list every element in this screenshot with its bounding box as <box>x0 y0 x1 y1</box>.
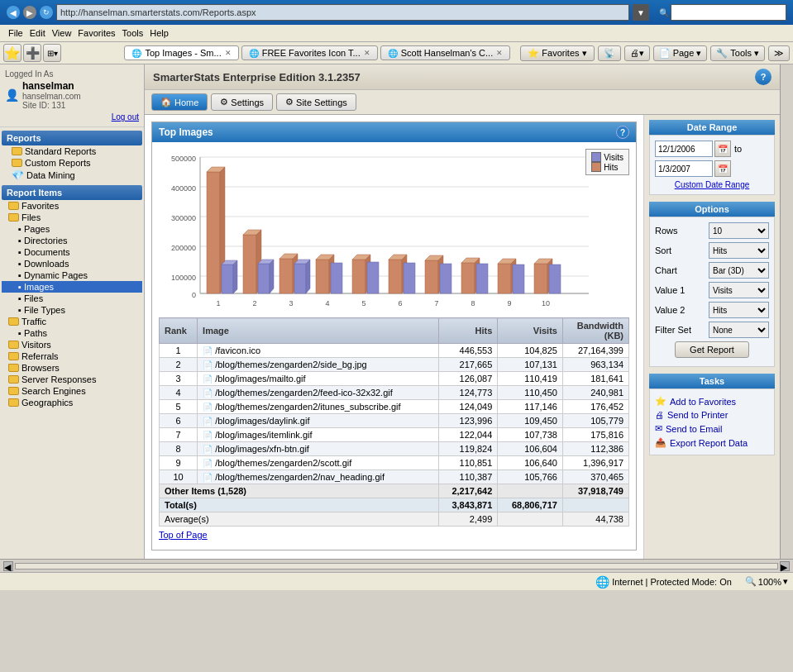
table-row[interactable]: 1 📄 /favicon.ico 446,553 104,825 27,164,… <box>160 344 629 358</box>
menu-help[interactable]: Help <box>146 26 172 40</box>
sidebar-item-geographics[interactable]: Geographics <box>2 397 142 408</box>
legend-hits-color <box>591 162 601 172</box>
address-input[interactable] <box>56 4 629 21</box>
page-btn[interactable]: 📄 Page ▾ <box>653 45 708 61</box>
svg-marker-19 <box>233 260 237 293</box>
table-row[interactable]: 7 📄 /blog/images/itemlink.gif 122,044 10… <box>160 428 629 442</box>
sidebar-item-file-types[interactable]: ▪ File Types <box>2 304 142 316</box>
logout-link[interactable]: Log out <box>5 112 139 122</box>
table-row[interactable]: 8 📄 /blog/images/xfn-btn.gif 119,824 106… <box>160 442 629 456</box>
sidebar-item-referrals[interactable]: Referrals <box>2 350 142 362</box>
print-btn[interactable]: 🖨▾ <box>624 45 650 61</box>
sidebar-item-documents[interactable]: ▪ Documents <box>2 246 142 258</box>
to-date-input[interactable] <box>655 160 713 177</box>
menu-file[interactable]: File <box>5 26 26 40</box>
filterset-select[interactable]: None <box>709 322 769 338</box>
tab-close-2[interactable]: ✕ <box>496 49 503 57</box>
cell-rank: 7 <box>160 428 198 442</box>
chart-select[interactable]: Bar (3D) Bar Line <box>709 262 769 279</box>
task-item[interactable]: 🖨Send to Printer <box>655 408 769 422</box>
scrollbar-bottom[interactable]: ◀ ▶ <box>0 559 793 572</box>
sidebar-item-standard-reports[interactable]: Standard Reports <box>2 145 142 157</box>
sidebar-item-files-folder[interactable]: Files <box>2 212 142 223</box>
go-btn[interactable]: ▼ <box>633 4 649 21</box>
custom-date-range-link[interactable]: Custom Date Range <box>655 180 769 189</box>
forward-btn[interactable]: ▶ <box>23 6 36 19</box>
sidebar-item-images[interactable]: ▪ Images <box>2 281 142 293</box>
sidebar-item-paths[interactable]: ▪ Paths <box>2 327 142 339</box>
value1-select[interactable]: Visits Hits <box>709 282 769 298</box>
table-row[interactable]: 10 📄 /blog/themes/zengarden2/nav_heading… <box>160 470 629 484</box>
task-item[interactable]: ⭐Add to Favorites <box>655 394 769 408</box>
svg-text:5: 5 <box>361 299 365 307</box>
view-btn[interactable]: ⊞▾ <box>43 44 61 62</box>
tab-top-images[interactable]: 🌐 Top Images - Sm... ✕ <box>124 45 238 60</box>
more-btn[interactable]: ≫ <box>768 45 790 61</box>
tab-home[interactable]: 🏠 Home <box>151 93 208 111</box>
help-icon[interactable]: ? <box>755 69 772 85</box>
tab-favorites-icon[interactable]: 🌐 FREE Favorites Icon T... ✕ <box>241 45 378 60</box>
sidebar-item-downloads[interactable]: ▪ Downloads <box>2 258 142 269</box>
panel-help-btn[interactable]: ? <box>616 126 629 139</box>
sidebar-item-search-engines[interactable]: Search Engines <box>2 385 142 397</box>
svg-text:7: 7 <box>434 299 438 307</box>
get-report-btn[interactable]: Get Report <box>675 341 749 358</box>
table-row[interactable]: 4 📄 /blog/themes/zengarden2/feed-ico-32x… <box>160 386 629 400</box>
data-mining-label: Data Mining <box>26 170 75 180</box>
averages-row: Average(s) 2,499 44,738 <box>160 512 629 527</box>
table-row[interactable]: 2 📄 /blog/themes/zengarden2/side_bg.jpg … <box>160 358 629 372</box>
rows-select[interactable]: 10 25 50 <box>709 222 769 239</box>
refresh-btn[interactable]: ↻ <box>40 6 53 19</box>
svg-rect-14 <box>207 172 220 293</box>
right-scrollbar[interactable] <box>780 64 793 559</box>
sidebar-item-favorites[interactable]: Favorites <box>2 200 142 212</box>
sidebar-item-traffic[interactable]: Traffic <box>2 316 142 327</box>
sidebar-item-visitors[interactable]: Visitors <box>2 339 142 350</box>
task-item[interactable]: 📤Export Report Data <box>655 436 769 450</box>
scroll-left-btn[interactable]: ◀ <box>3 561 13 571</box>
site-settings-icon: ⚙ <box>285 97 294 107</box>
value2-select[interactable]: Hits Visits <box>709 302 769 318</box>
tab-hanselman[interactable]: 🌐 Scott Hanselman's C... ✕ <box>380 45 511 60</box>
sidebar-item-data-mining[interactable]: 💎 Data Mining <box>2 169 142 182</box>
top-of-page-link[interactable]: Top of Page <box>159 527 629 543</box>
sidebar-item-pages[interactable]: ▪ Pages <box>2 223 142 235</box>
menu-favorites[interactable]: Favorites <box>74 26 118 40</box>
tools-toolbar-btn[interactable]: 🔧 Tools ▾ <box>710 45 765 61</box>
scrollbar-track[interactable] <box>15 563 778 570</box>
menu-view[interactable]: View <box>49 26 75 40</box>
svg-marker-25 <box>270 260 274 293</box>
table-row[interactable]: 6 📄 /blog/images/daylink.gif 123,996 109… <box>160 414 629 428</box>
cell-bandwidth: 181,641 <box>562 372 628 386</box>
table-row[interactable]: 3 📄 /blog/images/mailto.gif 126,087 110,… <box>160 372 629 386</box>
table-row[interactable]: 5 📄 /blog/themes/zengarden2/itunes_subsc… <box>160 400 629 414</box>
tab-close-1[interactable]: ✕ <box>364 49 370 57</box>
scroll-right-btn[interactable]: ▶ <box>780 561 790 571</box>
chart-label: Chart <box>655 265 709 275</box>
favorites-star-btn[interactable]: ⭐ <box>3 44 21 62</box>
sort-select[interactable]: Hits Visits <box>709 242 769 259</box>
sidebar-item-directories[interactable]: ▪ Directories <box>2 235 142 246</box>
sidebar-item-custom-reports[interactable]: Custom Reports <box>2 157 142 169</box>
add-favorites-btn[interactable]: ➕ <box>23 44 41 62</box>
from-date-input[interactable] <box>655 141 713 157</box>
back-btn[interactable]: ◀ <box>7 6 20 19</box>
sidebar-item-browsers[interactable]: Browsers <box>2 362 142 374</box>
tab-settings[interactable]: ⚙ Settings <box>211 93 273 111</box>
table-row[interactable]: 9 📄 /blog/themes/zengarden2/scott.gif 11… <box>160 456 629 470</box>
zoom-dropdown-icon[interactable]: ▾ <box>783 576 788 587</box>
menu-edit[interactable]: Edit <box>26 26 49 40</box>
sidebar-item-dynamic-pages[interactable]: ▪ Dynamic Pages <box>2 269 142 281</box>
from-calendar-btn[interactable]: 📅 <box>714 141 731 157</box>
search-input[interactable]: favorite icon size <box>671 4 786 21</box>
tab-close-0[interactable]: ✕ <box>225 49 232 57</box>
app-title: SmarterStats Enterprise Edition 3.1.2357 <box>153 71 361 83</box>
sidebar-item-files[interactable]: ▪ Files <box>2 293 142 304</box>
to-calendar-btn[interactable]: 📅 <box>714 160 731 177</box>
task-item[interactable]: ✉Send to Email <box>655 422 769 436</box>
favorites-btn[interactable]: ⭐ Favorites ▾ <box>520 45 594 61</box>
tab-site-settings[interactable]: ⚙ Site Settings <box>276 93 356 111</box>
sidebar-item-server-responses[interactable]: Server Responses <box>2 374 142 385</box>
rss-btn[interactable]: 📡 <box>598 45 621 61</box>
menu-tools[interactable]: Tools <box>119 26 147 40</box>
